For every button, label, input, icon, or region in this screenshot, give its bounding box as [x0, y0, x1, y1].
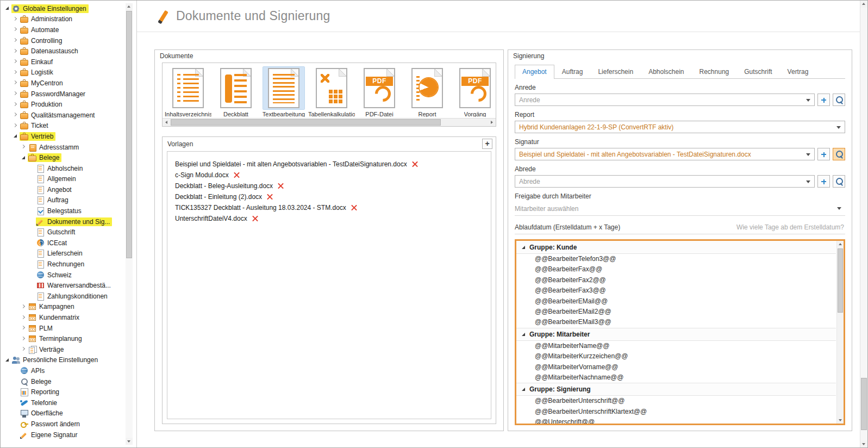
doc-strip-scrollbar[interactable]	[163, 118, 496, 126]
anrede-search-button[interactable]	[833, 94, 845, 106]
tab-abholschein[interactable]: Abholschein	[641, 65, 691, 78]
tree-collapsed-arrow[interactable]	[12, 90, 19, 97]
window-scrollbar-thumb[interactable]	[861, 378, 867, 430]
variable-group-header[interactable]: Gruppe: Signierung	[516, 383, 836, 396]
tree-item-allgemein[interactable]: Allgemein	[2, 174, 123, 185]
scroll-right-icon[interactable]	[488, 119, 496, 126]
tree-item-terminplanung[interactable]: Terminplanung	[2, 333, 123, 344]
tab-auftrag[interactable]: Auftrag	[554, 65, 591, 78]
doc-type-pdf-datei[interactable]: PDFPDF-Datei	[355, 67, 403, 117]
template-file-name[interactable]: Deckblatt - Einleitung (2).docx	[175, 193, 262, 201]
variable-item[interactable]: @@MitarbeiterName@@	[516, 341, 836, 351]
tree-expanded-arrow[interactable]	[4, 5, 11, 12]
report-combo[interactable]: Hybrid Kundenanlagen 22-1-9-SP (ConvertR…	[515, 121, 845, 133]
tree-collapsed-arrow[interactable]	[12, 111, 19, 119]
tree-item-lieferschein[interactable]: Lieferschein	[2, 248, 123, 259]
variable-item[interactable]: @@BearbeiterFax2@@	[516, 275, 836, 285]
tree-collapsed-arrow[interactable]	[12, 37, 19, 44]
abrede-combo[interactable]: Abrede	[515, 175, 815, 188]
doc-type-textbearbeitung[interactable]: Textbearbeitung	[260, 67, 308, 117]
tree-item-qualitätsmanagement[interactable]: Qualitätsmanagement	[2, 110, 123, 121]
template-file-name[interactable]: Deckblatt - Beleg-Ausleitung.docx	[175, 182, 273, 190]
remove-file-icon[interactable]	[278, 183, 284, 189]
tree-expanded-arrow[interactable]	[20, 154, 27, 161]
doc-strip-scrollbar-thumb[interactable]	[171, 119, 441, 126]
window-scrollbar[interactable]	[860, 1, 867, 447]
tree-item-plm[interactable]: PLM	[2, 323, 123, 334]
add-template-button[interactable]: +	[482, 139, 492, 149]
tree-collapsed-arrow[interactable]	[12, 79, 19, 86]
tree-item-datenaustausch[interactable]: Datenaustausch	[2, 46, 123, 57]
signatur-add-button[interactable]	[817, 148, 830, 160]
tree-item-angebot[interactable]: Angebot	[2, 184, 123, 195]
tree-collapsed-arrow[interactable]	[12, 58, 19, 65]
anrede-add-button[interactable]	[817, 94, 830, 106]
variable-item[interactable]: @@Unterschrift@@	[516, 417, 836, 424]
tree-item-apis[interactable]: APIs	[2, 365, 123, 376]
abrede-search-button[interactable]	[833, 175, 845, 188]
tree-item-passwordmanager[interactable]: PasswordManager	[2, 89, 123, 99]
tree-collapsed-arrow[interactable]	[12, 26, 19, 33]
tree-collapsed-arrow[interactable]	[20, 325, 27, 332]
tree-collapsed-arrow[interactable]	[20, 314, 27, 321]
variable-item[interactable]: @@BearbeiterEMail3@@	[516, 317, 836, 327]
tab-vertrag[interactable]: Vertrag	[780, 65, 816, 78]
scroll-down-icon[interactable]	[860, 440, 867, 447]
tree-item-telefonie[interactable]: Telefonie	[2, 397, 123, 408]
tree-collapsed-arrow[interactable]	[20, 346, 27, 353]
tree-item-oberfläche[interactable]: Oberfläche	[2, 408, 123, 419]
scroll-up-icon[interactable]	[126, 3, 133, 10]
tree-item-controlling[interactable]: Controlling	[2, 35, 123, 46]
scroll-down-icon[interactable]	[126, 438, 133, 445]
doc-type-vorgäng[interactable]: PDFVorgäng	[451, 67, 496, 117]
variable-item[interactable]: @@BearbeiterEMail@@	[516, 296, 836, 307]
variable-item[interactable]: @@MitarbeiterVorname@@	[516, 362, 836, 372]
variable-group-header[interactable]: Gruppe: Mitarbeiter	[516, 328, 836, 341]
variable-item[interactable]: @@BearbeiterFax3@@	[516, 285, 836, 296]
tree-item-dokumente-und-sig[interactable]: Dokumente und Sig...	[2, 216, 123, 227]
tree-item-kampagnen[interactable]: Kampagnen	[2, 302, 123, 313]
doc-type-tabellenkalkulation[interactable]: Tabellenkalkulation	[308, 67, 355, 117]
ablaufdatum-input[interactable]	[620, 223, 845, 231]
tree-collapsed-arrow[interactable]	[20, 303, 27, 310]
variable-item[interactable]: @@BearbeiterUnterschrift@@	[516, 396, 836, 406]
tree-item-zahlungskonditionen[interactable]: Zahlungskonditionen	[2, 291, 123, 302]
anrede-combo[interactable]: Anrede	[515, 94, 815, 106]
tab-lieferschein[interactable]: Lieferschein	[590, 65, 641, 78]
remove-file-icon[interactable]	[412, 161, 418, 167]
template-file-name[interactable]: c-Sign Modul.docx	[175, 171, 229, 179]
variable-item[interactable]: @@BearbeiterFax@@	[516, 264, 836, 275]
tree-item-mycentron[interactable]: MyCentron	[2, 78, 123, 89]
tree-item-icecat[interactable]: ICEcat	[2, 238, 123, 248]
tree-expanded-arrow[interactable]	[4, 357, 11, 364]
variables-scrollbar-thumb[interactable]	[838, 248, 843, 313]
scroll-left-icon[interactable]	[163, 119, 171, 126]
tree-collapsed-arrow[interactable]	[12, 69, 19, 76]
tree-collapsed-arrow[interactable]	[20, 144, 27, 151]
signatur-search-button[interactable]	[833, 148, 845, 160]
tree-item-globale-einstellungen[interactable]: Globale Einstellungen	[2, 3, 123, 14]
tree-item-vertrieb[interactable]: Vertrieb	[2, 131, 123, 142]
tree-item-kundenmatrix[interactable]: Kundenmatrix	[2, 312, 123, 323]
tree-collapsed-arrow[interactable]	[12, 101, 19, 108]
scroll-up-icon[interactable]	[837, 241, 844, 248]
tree-item-schweiz[interactable]: Schweiz	[2, 270, 123, 281]
tree-item-passwort-ändern[interactable]: Passwort ändern	[2, 419, 123, 430]
abrede-add-button[interactable]	[817, 175, 830, 188]
variable-item[interactable]: @@BearbeiterEMail2@@	[516, 307, 836, 317]
scroll-down-icon[interactable]	[837, 416, 844, 424]
tree-item-adressstamm[interactable]: Adressstamm	[2, 142, 123, 153]
tree-item-abholschein[interactable]: Abholschein	[2, 163, 123, 174]
tree-item-belege[interactable]: Belege	[2, 376, 123, 387]
doc-type-report[interactable]: Report	[403, 67, 451, 117]
variable-item[interactable]: @@BearbeiterUnterschriftKlartext@@	[516, 407, 836, 417]
tree-scrollbar[interactable]	[126, 3, 133, 445]
variable-item[interactable]: @@MitarbeiterNachname@@	[516, 372, 836, 383]
tree-collapsed-arrow[interactable]	[12, 48, 19, 55]
remove-file-icon[interactable]	[252, 216, 258, 222]
remove-file-icon[interactable]	[351, 205, 357, 211]
template-file-name[interactable]: TICK135327 Deckblatt - Ausleitung 18.03.…	[175, 204, 346, 211]
tree-item-reporting[interactable]: Reporting	[2, 387, 123, 397]
tree-scrollbar-thumb[interactable]	[126, 11, 132, 258]
tree-item-logistik[interactable]: Logistik	[2, 67, 123, 78]
